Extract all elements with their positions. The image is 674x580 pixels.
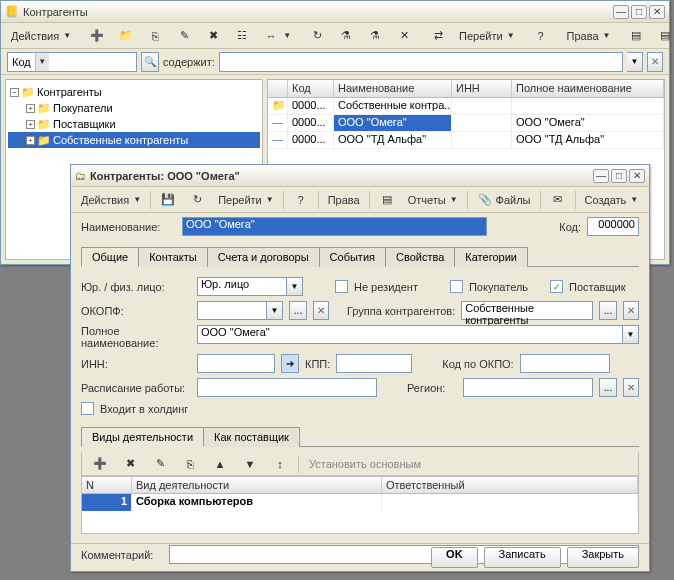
- dlg-files-menu[interactable]: 📎Файлы: [471, 190, 537, 210]
- tab-events[interactable]: События: [319, 247, 386, 267]
- dlg-report-btn[interactable]: ▤: [373, 190, 401, 210]
- table-row[interactable]: 1 Сборка компьютеров: [82, 494, 638, 511]
- main-titlebar[interactable]: 📒 Контрагенты — □ ✕: [1, 1, 669, 23]
- okopf-input[interactable]: [197, 301, 267, 320]
- act-down[interactable]: ▼: [236, 454, 264, 474]
- set-main-button[interactable]: Установить основным: [303, 454, 427, 474]
- holding-checkbox[interactable]: [81, 402, 94, 415]
- tb-delete[interactable]: ✖: [199, 26, 227, 46]
- table-row[interactable]: 📁 0000... Собственные контра...: [268, 98, 664, 115]
- col-marker[interactable]: [268, 80, 288, 97]
- save-button[interactable]: Записать: [484, 547, 561, 568]
- ok-button[interactable]: OK: [431, 547, 478, 568]
- expand-icon[interactable]: +: [26, 136, 35, 145]
- tab-activities[interactable]: Виды деятельности: [81, 427, 204, 447]
- schedule-input[interactable]: [197, 378, 377, 397]
- okpo-input[interactable]: [520, 354, 610, 373]
- tree-buyers[interactable]: + 📁 Покупатели: [8, 100, 260, 116]
- close-button[interactable]: Закрыть: [567, 547, 639, 568]
- tree-suppliers[interactable]: + 📁 Поставщики: [8, 116, 260, 132]
- dlg-save-btn[interactable]: 💾: [154, 190, 182, 210]
- tab-props[interactable]: Свойства: [385, 247, 455, 267]
- maximize-button[interactable]: □: [631, 5, 647, 19]
- name-input[interactable]: ООО "Омега": [182, 217, 487, 236]
- okopf-clear[interactable]: ✕: [313, 301, 329, 320]
- act-sort[interactable]: ↕: [266, 454, 294, 474]
- goto-menu[interactable]: Перейти▼: [453, 26, 521, 46]
- nonres-checkbox[interactable]: [335, 280, 348, 293]
- actions-menu[interactable]: Действия▼: [5, 26, 77, 46]
- search-clear[interactable]: ✕: [647, 52, 663, 72]
- tb-refresh[interactable]: ↻: [303, 26, 331, 46]
- tb-hierarchy[interactable]: ☷: [228, 26, 256, 46]
- okopf-lookup-button[interactable]: ...: [289, 301, 307, 320]
- act-copy[interactable]: ⎘: [176, 454, 204, 474]
- tb-list2[interactable]: ▤: [651, 26, 674, 46]
- dlg-rights-menu[interactable]: Права: [322, 190, 366, 210]
- table-row[interactable]: — 0000... ООО "Омега" ООО "Омега": [268, 115, 664, 132]
- dlg-mail-btn[interactable]: ✉: [544, 190, 572, 210]
- tab-as-supplier[interactable]: Как поставщик: [203, 427, 300, 447]
- tb-add-folder[interactable]: 📁: [112, 26, 140, 46]
- tb-add[interactable]: ➕: [83, 26, 111, 46]
- close-button[interactable]: ✕: [649, 5, 665, 19]
- table-row[interactable]: — 0000... ООО "ТД Альфа" ООО "ТД Альфа": [268, 132, 664, 149]
- inn-input[interactable]: [197, 354, 275, 373]
- dlg-maximize-button[interactable]: □: [611, 169, 627, 183]
- dlg-create-menu[interactable]: Создать▼: [579, 190, 645, 210]
- activities-grid[interactable]: N Вид деятельности Ответственный 1 Сборк…: [82, 476, 638, 533]
- act-add[interactable]: ➕: [86, 454, 114, 474]
- region-input[interactable]: [463, 378, 593, 397]
- dlg-titlebar[interactable]: 🗂 Контрагенты: ООО "Омега" — □ ✕: [71, 165, 649, 187]
- act-col-n[interactable]: N: [82, 477, 132, 493]
- act-col-kind[interactable]: Вид деятельности: [132, 477, 382, 493]
- search-dd[interactable]: ▼: [627, 52, 643, 72]
- group-lookup-button[interactable]: ...: [599, 301, 617, 320]
- dlg-help[interactable]: ?: [287, 190, 315, 210]
- buyer-checkbox[interactable]: [450, 280, 463, 293]
- tb-list1[interactable]: ▤: [622, 26, 650, 46]
- col-code[interactable]: Код: [288, 80, 334, 97]
- dlg-goto-menu[interactable]: Перейти▼: [212, 190, 280, 210]
- act-col-resp[interactable]: Ответственный: [382, 477, 638, 493]
- jur-select[interactable]: Юр. лицо: [197, 277, 287, 296]
- region-lookup-button[interactable]: ...: [599, 378, 617, 397]
- dlg-refresh-btn[interactable]: ↻: [183, 190, 211, 210]
- code-input[interactable]: 000000: [587, 217, 639, 236]
- dlg-actions-menu[interactable]: Действия▼: [75, 190, 147, 210]
- tab-contacts[interactable]: Контакты: [138, 247, 208, 267]
- tb-filter1[interactable]: ⚗: [332, 26, 360, 46]
- search-input[interactable]: [219, 52, 623, 72]
- region-clear[interactable]: ✕: [623, 378, 639, 397]
- expand-icon[interactable]: +: [26, 104, 35, 113]
- tb-help[interactable]: ?: [527, 26, 555, 46]
- expand-icon[interactable]: +: [26, 120, 35, 129]
- tab-common[interactable]: Общие: [81, 247, 139, 267]
- tb-exchange[interactable]: ⇄: [424, 26, 452, 46]
- act-edit[interactable]: ✎: [146, 454, 174, 474]
- tb-filter-off[interactable]: ✕: [390, 26, 418, 46]
- fullname-dd[interactable]: ▼: [623, 325, 639, 344]
- col-inn[interactable]: ИНН: [452, 80, 512, 97]
- dlg-reports-menu[interactable]: Отчеты▼: [402, 190, 464, 210]
- tab-accounts[interactable]: Счета и договоры: [207, 247, 320, 267]
- inn-action-button[interactable]: ➔: [281, 354, 299, 373]
- fullname-input[interactable]: ООО "Омега": [197, 325, 623, 344]
- col-fullname[interactable]: Полное наименование: [512, 80, 664, 97]
- jur-dd[interactable]: ▼: [287, 277, 303, 296]
- group-input[interactable]: Собственные контрагенты: [461, 301, 593, 320]
- tb-copy[interactable]: ⎘: [141, 26, 169, 46]
- tree-own[interactable]: + 📁 Собственные контрагенты: [8, 132, 260, 148]
- col-name[interactable]: Наименование: [334, 80, 452, 97]
- search-field-combo[interactable]: Код▼: [7, 52, 137, 72]
- tab-cats[interactable]: Категории: [454, 247, 528, 267]
- supplier-checkbox[interactable]: ✓: [550, 280, 563, 293]
- dlg-minimize-button[interactable]: —: [593, 169, 609, 183]
- tb-filter2[interactable]: ⚗: [361, 26, 389, 46]
- group-clear[interactable]: ✕: [623, 301, 639, 320]
- minimize-button[interactable]: —: [613, 5, 629, 19]
- dlg-close-button[interactable]: ✕: [629, 169, 645, 183]
- search-lookup-button[interactable]: 🔍: [141, 52, 159, 72]
- act-up[interactable]: ▲: [206, 454, 234, 474]
- tb-edit[interactable]: ✎: [170, 26, 198, 46]
